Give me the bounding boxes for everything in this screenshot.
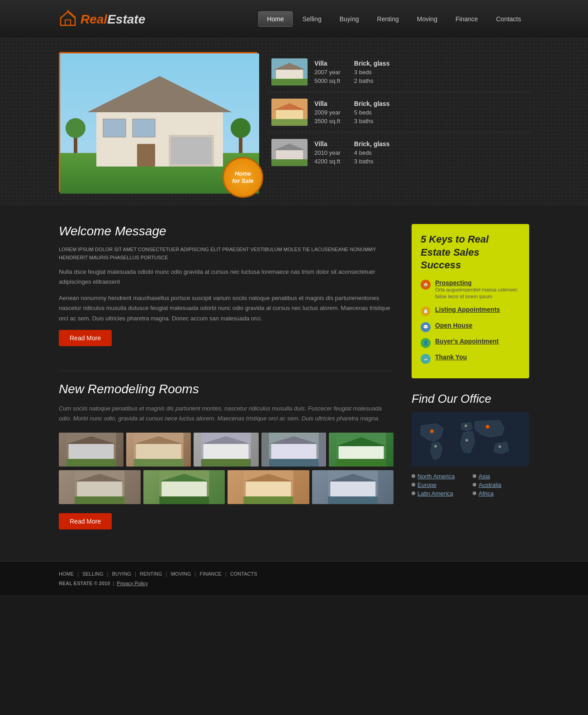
prop-sqft: 5000 sq.ft bbox=[314, 77, 341, 84]
prop-beds: 5 beds bbox=[354, 109, 390, 116]
prop-baths: 3 baths bbox=[354, 158, 390, 165]
nav-moving[interactable]: Moving bbox=[409, 12, 446, 26]
key-link[interactable]: Buyer's Appointment bbox=[435, 338, 499, 345]
office-location-northamerica[interactable]: North America bbox=[412, 473, 468, 480]
key-item-buyer[interactable]: 👤 Buyer's Appointment bbox=[421, 338, 520, 348]
footer-nav-renting[interactable]: RENTING bbox=[140, 571, 162, 577]
privacy-policy-link[interactable]: Privacy Policy bbox=[117, 581, 147, 586]
footer-nav-buying[interactable]: BUYING bbox=[112, 571, 131, 577]
location-dot bbox=[473, 483, 476, 486]
prop-type: Villa bbox=[314, 60, 341, 67]
footer-nav-finance[interactable]: FINANCE bbox=[199, 571, 221, 577]
welcome-title: Welcome Message bbox=[59, 224, 394, 238]
key-item-thankyou[interactable]: ☁ Thank You bbox=[421, 353, 520, 364]
key-content: Listing Appointments bbox=[435, 306, 500, 313]
prop-baths: 3 baths bbox=[354, 118, 390, 124]
location-dot bbox=[412, 491, 415, 495]
remodeling-image[interactable] bbox=[143, 470, 225, 504]
location-link[interactable]: North America bbox=[417, 473, 455, 480]
svg-rect-10 bbox=[137, 144, 155, 167]
welcome-text-upper: LOREM IPSUM DOLOR SIT AMET CONSECTETUER … bbox=[59, 246, 394, 262]
content-left: Welcome Message LOREM IPSUM DOLOR SIT AM… bbox=[59, 224, 394, 543]
remodeling-image-grid-1 bbox=[59, 433, 394, 467]
sale-badge: Home for Sale bbox=[223, 157, 263, 198]
welcome-text-normal: Nulla dsce feugiat malesuada odiobi munc… bbox=[59, 267, 394, 287]
remodeling-image[interactable] bbox=[59, 433, 123, 467]
key-link[interactable]: Thank You bbox=[435, 353, 467, 361]
svg-point-68 bbox=[486, 425, 489, 429]
prop-year: 2010 year bbox=[314, 149, 341, 156]
prop-type: Villa bbox=[314, 140, 341, 148]
svg-rect-34 bbox=[134, 459, 184, 467]
remodeling-image[interactable] bbox=[329, 433, 394, 467]
footer-nav-home[interactable]: HOME bbox=[59, 571, 74, 577]
key-item-openhouse[interactable]: 💬 Open House bbox=[421, 322, 520, 332]
office-location-europe[interactable]: Europe bbox=[412, 481, 468, 488]
remodeling-text: Cum sociis natoque penatibus et magnis d… bbox=[59, 404, 394, 424]
remodeling-image[interactable] bbox=[126, 433, 191, 467]
footer-nav-selling[interactable]: SELLING bbox=[82, 571, 103, 577]
svg-point-64 bbox=[430, 429, 434, 433]
svg-point-66 bbox=[465, 424, 467, 427]
thankyou-icon: ☁ bbox=[421, 354, 431, 364]
prospecting-icon: 🏠 bbox=[421, 280, 431, 290]
main-content: Welcome Message LOREM IPSUM DOLOR SIT AM… bbox=[0, 206, 588, 561]
main-nav: Home Selling Buying Renting Moving Finan… bbox=[258, 11, 529, 27]
location-dot bbox=[412, 483, 415, 486]
svg-rect-26 bbox=[271, 159, 308, 166]
location-link[interactable]: Latin America bbox=[417, 490, 453, 497]
office-location-australia[interactable]: Australia bbox=[473, 481, 529, 488]
nav-finance[interactable]: Finance bbox=[447, 12, 486, 26]
remodeling-image[interactable] bbox=[194, 433, 258, 467]
office-location-asia[interactable]: Asia bbox=[473, 473, 529, 480]
location-link[interactable]: Australia bbox=[479, 481, 502, 488]
office-location-africa[interactable]: Africa bbox=[473, 490, 529, 497]
property-item[interactable]: Villa 2009 year 3500 sq.ft Brick, glass … bbox=[267, 92, 529, 133]
key-content: Prospecting Orta augueimperdiet massa us… bbox=[435, 279, 520, 300]
location-link[interactable]: Asia bbox=[479, 473, 490, 480]
content-right: 5 Keys to Real Estate Sales Success 🏠 Pr… bbox=[412, 224, 529, 543]
nav-contacts[interactable]: Contacts bbox=[488, 12, 529, 26]
nav-home[interactable]: Home bbox=[258, 11, 292, 27]
svg-point-67 bbox=[465, 439, 468, 442]
key-link[interactable]: Prospecting bbox=[435, 279, 520, 286]
property-thumb bbox=[271, 99, 308, 126]
office-title: Find Our Office bbox=[412, 392, 529, 406]
nav-renting[interactable]: Renting bbox=[369, 12, 407, 26]
hero-image-wrap: Home for Sale bbox=[59, 52, 258, 192]
prop-sqft: 3500 sq.ft bbox=[314, 118, 341, 124]
key-content: Thank You bbox=[435, 353, 467, 361]
hero-section: Home for Sale Villa 2007 year 5000 sq. bbox=[0, 38, 588, 206]
remodeling-image[interactable] bbox=[228, 470, 309, 504]
remodeling-image[interactable] bbox=[59, 470, 141, 504]
key-link[interactable]: Open House bbox=[435, 322, 472, 329]
key-link[interactable]: Listing Appointments bbox=[435, 306, 500, 313]
prop-baths: 2 baths bbox=[354, 77, 390, 84]
remodeling-image[interactable] bbox=[312, 470, 394, 504]
office-section: Find Our Office bbox=[412, 392, 529, 497]
footer-nav: HOME | SELLING | BUYING | RENTING | MOVI… bbox=[59, 571, 529, 577]
office-location-latinamerica[interactable]: Latin America bbox=[412, 490, 468, 497]
prop-material: Brick, glass bbox=[354, 100, 390, 107]
nav-buying[interactable]: Buying bbox=[332, 12, 367, 26]
welcome-read-more-button[interactable]: Read More bbox=[59, 330, 112, 346]
key-item-listing[interactable]: 📋 Listing Appointments bbox=[421, 306, 520, 316]
location-link[interactable]: Africa bbox=[479, 490, 493, 497]
remodeling-image[interactable] bbox=[261, 433, 326, 467]
footer-nav-contacts[interactable]: CONTACTS bbox=[230, 571, 257, 577]
remodeling-read-more-button[interactable]: Read More bbox=[59, 513, 112, 529]
svg-point-12 bbox=[66, 118, 85, 138]
key-item-prospecting[interactable]: 🏠 Prospecting Orta augueimperdiet massa … bbox=[421, 279, 520, 300]
prop-type: Villa bbox=[314, 100, 341, 107]
footer-nav-moving[interactable]: MOVING bbox=[171, 571, 191, 577]
svg-rect-7 bbox=[171, 137, 212, 164]
location-link[interactable]: Europe bbox=[417, 481, 436, 488]
logo-text: RealEstate bbox=[81, 11, 145, 27]
property-item[interactable]: Villa 2010 year 4200 sq.ft Brick, glass … bbox=[267, 133, 529, 172]
svg-rect-0 bbox=[65, 20, 71, 25]
location-dot bbox=[412, 474, 415, 478]
nav-selling[interactable]: Selling bbox=[294, 12, 330, 26]
home-icon bbox=[59, 9, 77, 29]
svg-rect-22 bbox=[271, 119, 308, 126]
property-item[interactable]: Villa 2007 year 5000 sq.ft Brick, glass … bbox=[267, 52, 529, 92]
